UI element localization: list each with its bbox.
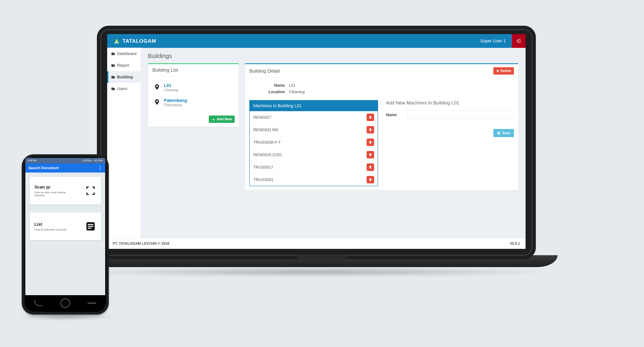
panel-building-list-title: Building List xyxy=(148,64,239,76)
laptop-shadow xyxy=(75,267,558,277)
phone-frame: 4:48 PM 1.07KB/s ○ 4G 54% Search Documen… xyxy=(22,154,109,314)
add-machine-name-label: Name xyxy=(386,113,404,117)
trash-icon xyxy=(368,178,372,181)
building-detail-fields: Name L01 Location Cikarang xyxy=(249,83,514,94)
brand-logo-icon xyxy=(113,37,120,45)
logout-button[interactable] xyxy=(512,34,526,48)
save-icon xyxy=(497,131,500,135)
brand[interactable]: TATALOGAM xyxy=(107,37,156,45)
panel-building-detail: Building Detail Delete Name L01 Location xyxy=(245,63,518,190)
footer-left: PT. TATALOGAM LESTARI © 2018 xyxy=(113,242,169,246)
scan-qr-card[interactable]: Scan qr Scan qr-code untuk melihat dokum… xyxy=(30,177,101,205)
map-pin-icon xyxy=(154,98,160,106)
phone-app-bar: Search Document ⋮ xyxy=(25,163,105,173)
svg-rect-3 xyxy=(88,224,93,225)
delete-machine-button[interactable] xyxy=(366,139,374,146)
add-machine-name-input[interactable] xyxy=(408,110,514,119)
machines-list: RENG027 RENG031 MX TRUSS038-F-T RENG015 … xyxy=(250,111,378,186)
nav-recent-button[interactable] xyxy=(88,303,96,303)
building-name: Palembang xyxy=(164,98,187,103)
delete-machine-button[interactable] xyxy=(366,126,374,134)
app-footer: PT. TATALOGAM LESTARI © 2018 V0.0.1 xyxy=(107,238,526,249)
phone-content: Scan qr Scan qr-code untuk melihat dokum… xyxy=(25,173,105,295)
machine-name: TRUSS031 xyxy=(253,177,273,182)
sidebar-item-label: Building xyxy=(117,75,133,79)
overflow-icon[interactable]: ⋮ xyxy=(98,165,102,171)
save-machine-button[interactable]: Save xyxy=(493,129,514,137)
list-icon xyxy=(85,221,96,232)
brand-text: TATALOGAM xyxy=(122,38,156,44)
machine-name: RENG027 xyxy=(253,115,271,120)
card-title: List xyxy=(34,222,66,227)
delete-machine-button[interactable] xyxy=(366,163,374,171)
phone-status-left: 4:48 PM xyxy=(28,159,36,162)
laptop-screen: TATALOGAM Super User 1 DashboardReportBu… xyxy=(107,34,526,249)
sidebar-item-report[interactable]: Report xyxy=(107,60,141,71)
list-card[interactable]: List Lihat list dokumen yang ada xyxy=(30,212,101,240)
building-location: Cikarang xyxy=(164,88,178,92)
svg-rect-4 xyxy=(88,226,93,227)
laptop-frame: TATALOGAM Super User 1 DashboardReportBu… xyxy=(97,26,536,259)
card-subtitle: Lihat list dokumen yang ada xyxy=(34,228,66,231)
logout-icon xyxy=(516,39,521,43)
phone-status-right: 1.07KB/s ○ 4G 54% xyxy=(82,159,103,162)
value-location: Cikarang xyxy=(289,90,514,94)
sidebar-item-label: Dashboard xyxy=(117,52,136,56)
save-label: Save xyxy=(502,131,510,135)
building-row[interactable]: Palembang Palembang xyxy=(152,95,234,110)
scan-icon xyxy=(85,185,96,196)
machine-name: RENG015 (150) xyxy=(253,153,282,157)
delete-machine-button[interactable] xyxy=(366,151,374,158)
folder-icon xyxy=(111,52,115,56)
trash-icon xyxy=(368,153,372,156)
map-pin-icon xyxy=(154,83,160,91)
delete-machine-button[interactable] xyxy=(366,114,374,121)
card-subtitle: Scan qr-code untuk melihat dokumen xyxy=(34,191,74,197)
machine-row: TRUSS038-F-T xyxy=(250,136,378,148)
building-location: Palembang xyxy=(164,103,187,107)
machine-name: TRUSS038-F-T xyxy=(253,140,281,145)
machine-name: RENG031 MX xyxy=(253,128,278,132)
sidebar: DashboardReportBuildingUsers xyxy=(107,48,141,238)
current-user[interactable]: Super User 1 xyxy=(474,34,512,48)
page-title: Buildings xyxy=(148,53,518,59)
delete-building-button[interactable]: Delete xyxy=(493,67,514,75)
add-new-label: Add New xyxy=(217,117,232,121)
add-machine-form: Add New Machines in Building L01 Name Sa… xyxy=(386,100,514,186)
sidebar-item-users[interactable]: Users xyxy=(107,83,141,95)
sidebar-item-label: Report xyxy=(117,63,129,68)
machine-row: TRUSS031 xyxy=(250,173,378,186)
machine-name: TRUSS017 xyxy=(253,165,273,170)
nav-home-button[interactable] xyxy=(60,298,70,308)
sidebar-item-label: Users xyxy=(117,87,127,91)
laptop-notch xyxy=(296,255,348,259)
folder-icon xyxy=(111,64,115,68)
phone-screen: 4:48 PM 1.07KB/s ○ 4G 54% Search Documen… xyxy=(25,158,105,295)
label-location: Location xyxy=(249,90,289,94)
building-name: L01 xyxy=(164,83,178,88)
plus-icon: ＋ xyxy=(212,117,216,121)
panel-building-list: Building List L01 Cikarang Palembang Pal… xyxy=(148,63,239,127)
phone-shadow xyxy=(16,313,115,320)
phone-appbar-title: Search Document xyxy=(28,166,59,170)
panel-building-detail-title: Building Detail xyxy=(249,68,280,74)
machines-panel: Machines in Building L01 RENG027 RENG031… xyxy=(249,100,378,186)
delete-label: Delete xyxy=(500,69,511,73)
folder-icon xyxy=(111,87,115,91)
sidebar-item-dashboard[interactable]: Dashboard xyxy=(107,48,141,60)
trash-icon xyxy=(368,116,372,119)
building-list-body: L01 Cikarang Palembang Palembang xyxy=(148,76,239,114)
trash-icon xyxy=(368,140,372,144)
top-bar: TATALOGAM Super User 1 xyxy=(107,34,526,48)
delete-machine-button[interactable] xyxy=(366,176,374,183)
nav-back-button[interactable] xyxy=(34,300,43,306)
machines-panel-title: Machines in Building L01 xyxy=(250,101,378,111)
sidebar-item-building[interactable]: Building xyxy=(107,71,141,83)
machine-row: RENG027 xyxy=(250,111,378,123)
add-machine-title: Add New Machines in Building L01 xyxy=(386,100,514,106)
building-row[interactable]: L01 Cikarang xyxy=(152,80,234,95)
phone-statusbar: 4:48 PM 1.07KB/s ○ 4G 54% xyxy=(25,158,105,163)
machine-row: TRUSS017 xyxy=(250,161,378,173)
svg-rect-5 xyxy=(88,228,92,229)
add-new-building-button[interactable]: ＋ Add New xyxy=(209,116,235,123)
